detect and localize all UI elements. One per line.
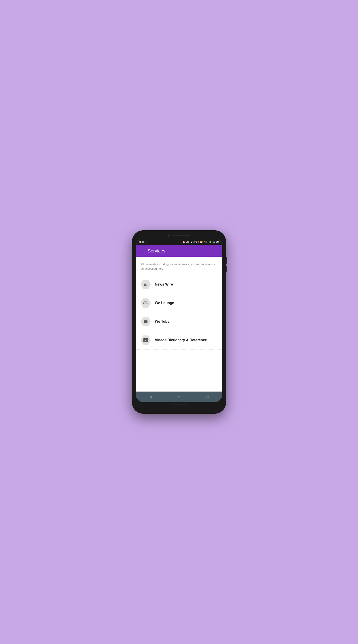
gallery-icon: 🖼 — [142, 241, 144, 243]
weather-icon: ☀ — [145, 241, 147, 243]
play-video-icon — [143, 338, 148, 342]
status-left-icons: M 🖼 ☀ — [139, 240, 147, 243]
videos-dict-label: Videos Dictionary & Reference — [155, 338, 207, 342]
app-bar: ← Services — [136, 245, 222, 257]
side-buttons — [226, 257, 227, 272]
menu-item-we-tube[interactable]: We Tube — [136, 312, 222, 331]
sofa-icon — [143, 300, 148, 306]
wifi-icon: ▲ — [190, 241, 193, 243]
lte2-icon: LTE R — [193, 241, 199, 243]
status-right-icons: ⏰ LTE ▲ LTE R 📶 26% 🔋 10:25 — [182, 240, 219, 244]
we-tube-icon-container — [141, 316, 151, 327]
news-wire-label: News Wire — [155, 282, 173, 286]
lte-icon: LTE — [186, 241, 190, 243]
phone-screen: M 🖼 ☀ ⏰ LTE ▲ LTE R 📶 26% 🔋 10:25 ← Serv… — [136, 239, 222, 402]
videos-dict-icon-container — [141, 335, 151, 345]
chin-bar — [170, 404, 188, 404]
battery-icon: 🔋 — [209, 241, 211, 243]
phone-frame: M 🖼 ☀ ⏰ LTE ▲ LTE R 📶 26% 🔋 10:25 ← Serv… — [132, 230, 226, 414]
news-wire-icon-container — [141, 279, 151, 290]
menu-list: News Wire We Lounge — [136, 275, 222, 350]
back-button[interactable]: ← — [140, 248, 144, 254]
menu-item-news-wire[interactable]: News Wire — [136, 275, 222, 294]
status-bar: M 🖼 ☀ ⏰ LTE ▲ LTE R 📶 26% 🔋 10:25 — [136, 239, 222, 245]
we-tube-label: We Tube — [155, 320, 169, 324]
nav-bar: ◁ ○ □ — [136, 392, 222, 402]
video-camera-icon — [143, 319, 148, 324]
menu-item-videos-dict[interactable]: Videos Dictionary & Reference — [136, 331, 222, 350]
content-area: All materials including non-academics, e… — [136, 257, 222, 392]
front-camera — [168, 234, 170, 237]
home-nav-button[interactable]: ○ — [175, 392, 183, 401]
phone-top-bar — [136, 234, 222, 237]
speaker — [173, 235, 190, 236]
menu-item-we-lounge[interactable]: We Lounge — [136, 294, 222, 312]
we-lounge-label: We Lounge — [155, 301, 174, 305]
battery-percent: 26% — [203, 241, 208, 243]
signal-icon: 📶 — [200, 241, 202, 243]
back-nav-button[interactable]: ◁ — [146, 392, 155, 401]
we-lounge-icon-container — [141, 298, 151, 308]
recent-nav-button[interactable]: □ — [203, 392, 212, 401]
clock: 10:25 — [212, 240, 219, 244]
m-icon: M — [139, 240, 141, 243]
phone-bottom — [136, 404, 222, 404]
newspaper-icon — [143, 282, 148, 287]
page-title: Services — [148, 248, 165, 254]
description-text: All materials including non-academics, e… — [136, 257, 222, 274]
alarm-icon: ⏰ — [182, 241, 185, 243]
